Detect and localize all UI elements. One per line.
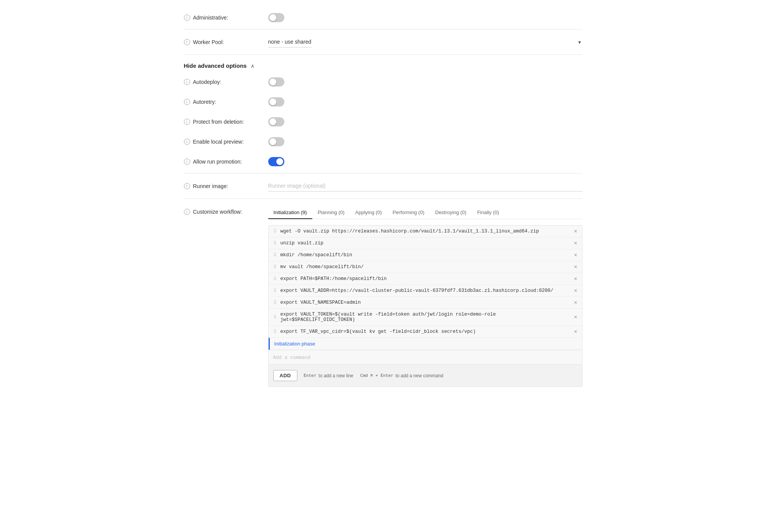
drag-handle-icon[interactable]: ⠿ [273,288,277,293]
run-promotion-knob [276,158,283,165]
command-text: mkdir /home/spacelift/bin [280,252,570,258]
administrative-label: Administrative: [193,15,228,21]
protect-deletion-toggle[interactable] [268,117,284,126]
worker-pool-select[interactable]: none - use shared [268,36,312,47]
administrative-knob [269,14,276,21]
protect-deletion-info-icon[interactable]: i [184,119,190,125]
autodeploy-toggle[interactable] [268,77,284,87]
shortcut-enter-key: Enter [303,373,316,378]
autoretry-knob [269,98,276,105]
table-row: ⠿ export TF_VAR_vpc_cidr=$(vault kv get … [269,326,582,338]
worker-pool-label-container: i Worker Pool: [184,39,261,45]
autodeploy-label: Autodeploy: [193,79,221,85]
table-row: ⠿ mv vault /home/spacelift/bin/ ✕ [269,261,582,273]
local-preview-info-icon[interactable]: i [184,139,190,145]
table-row: ⠿ wget -O vault.zip https://releases.has… [269,226,582,237]
autodeploy-label-container: i Autodeploy: [184,79,261,85]
drag-handle-icon[interactable]: ⠿ [273,314,277,320]
footer-row: ADD Enter to add a new line Cmd ⌘ + Ente… [268,365,582,387]
runner-image-input[interactable] [268,180,582,192]
divider-1 [184,29,582,29]
add-command-input[interactable] [273,355,577,360]
workflow-tabs: Initialization (9) Planning (0) Applying… [268,206,582,219]
tab-initialization[interactable]: Initialization (9) [268,206,312,219]
drag-handle-icon[interactable]: ⠿ [273,229,277,234]
add-button[interactable]: ADD [273,370,298,381]
local-preview-label-container: i Enable local preview: [184,139,261,145]
command-text: export PATH=$PATH:/home/spacelift/bin [280,276,570,282]
drag-handle-icon[interactable]: ⠿ [273,264,277,270]
phase-label: Initialization phase [269,338,582,350]
local-preview-knob [269,138,276,145]
administrative-info-icon[interactable]: i [184,15,190,21]
run-promotion-toggle[interactable] [268,157,284,166]
tab-destroying[interactable]: Destroying (0) [430,206,472,219]
run-promotion-row: i Allow run promotion: [184,152,582,172]
autodeploy-row: i Autodeploy: [184,72,582,92]
protect-deletion-row: i Protect from deletion: [184,112,582,132]
autoretry-info-icon[interactable]: i [184,99,190,105]
protect-deletion-label: Protect from deletion: [193,119,244,125]
delete-icon[interactable]: ✕ [574,264,577,270]
tab-performing[interactable]: Performing (0) [387,206,430,219]
delete-icon[interactable]: ✕ [574,300,577,305]
run-promotion-label-container: i Allow run promotion: [184,159,261,165]
tab-planning[interactable]: Planning (0) [312,206,350,219]
run-promotion-slider [268,157,284,166]
shortcut-cmd-enter-key: Cmd ⌘ + Enter [360,373,393,378]
administrative-toggle[interactable] [268,13,284,22]
administrative-label-container: i Administrative: [184,15,261,21]
administrative-slider [268,13,284,22]
autodeploy-info-icon[interactable]: i [184,79,190,85]
protect-deletion-label-container: i Protect from deletion: [184,119,261,125]
drag-handle-icon[interactable]: ⠿ [273,329,277,334]
tab-applying[interactable]: Applying (0) [350,206,387,219]
delete-icon[interactable]: ✕ [574,252,577,258]
add-command-row [269,350,582,364]
worker-pool-select-wrapper: none - use shared [268,36,582,47]
delete-icon[interactable]: ✕ [574,314,577,320]
autoretry-slider [268,97,284,106]
local-preview-row: i Enable local preview: [184,132,582,152]
runner-image-info-icon[interactable]: i [184,183,190,189]
delete-icon[interactable]: ✕ [574,288,577,293]
autoretry-label: Autoretry: [193,99,217,105]
runner-image-label: Runner image: [193,183,228,189]
delete-icon[interactable]: ✕ [574,329,577,334]
runner-image-label-container: i Runner image: [184,183,261,189]
autodeploy-slider [268,77,284,87]
command-text: mv vault /home/spacelift/bin/ [280,264,570,270]
advanced-options-header[interactable]: Hide advanced options ∧ [184,56,582,72]
drag-handle-icon[interactable]: ⠿ [273,276,277,282]
drag-handle-icon[interactable]: ⠿ [273,241,277,246]
local-preview-toggle[interactable] [268,137,284,146]
customize-workflow-label: Customize workflow: [193,209,242,215]
divider-2 [184,54,582,55]
command-text: export VAULT_NAMESPACE=admin [280,300,570,305]
drag-handle-icon[interactable]: ⠿ [273,300,277,305]
command-text: unzip vault.zip [280,241,570,246]
delete-icon[interactable]: ✕ [574,276,577,282]
run-promotion-label: Allow run promotion: [193,159,242,165]
table-row: ⠿ export PATH=$PATH:/home/spacelift/bin … [269,273,582,285]
run-promotion-info-icon[interactable]: i [184,159,190,165]
shortcut-group: Enter to add a new line Cmd ⌘ + Enter to… [303,373,443,378]
drag-handle-icon[interactable]: ⠿ [273,252,277,258]
worker-pool-label: Worker Pool: [193,39,224,45]
command-text: export TF_VAR_vpc_cidr=$(vault kv get -f… [280,329,570,334]
advanced-options-text: Hide advanced options [184,62,247,69]
tab-finally[interactable]: Finally (0) [472,206,504,219]
runner-image-row: i Runner image: [184,175,582,197]
shortcut-enter: Enter to add a new line [303,373,353,378]
worker-pool-info-icon[interactable]: i [184,39,190,45]
command-list: ⠿ wget -O vault.zip https://releases.has… [268,225,582,365]
autoretry-toggle[interactable] [268,97,284,106]
table-row: ⠿ export VAULT_ADDR=https://vault-cluste… [269,285,582,297]
delete-icon[interactable]: ✕ [574,241,577,246]
delete-icon[interactable]: ✕ [574,229,577,234]
command-text: export VAULT_TOKEN=$(vault write -field=… [280,312,570,322]
command-text: wget -O vault.zip https://releases.hashi… [280,229,570,234]
table-row: ⠿ export VAULT_NAMESPACE=admin ✕ [269,297,582,309]
customize-workflow-info-icon[interactable]: i [184,209,190,215]
divider-3 [184,173,582,174]
